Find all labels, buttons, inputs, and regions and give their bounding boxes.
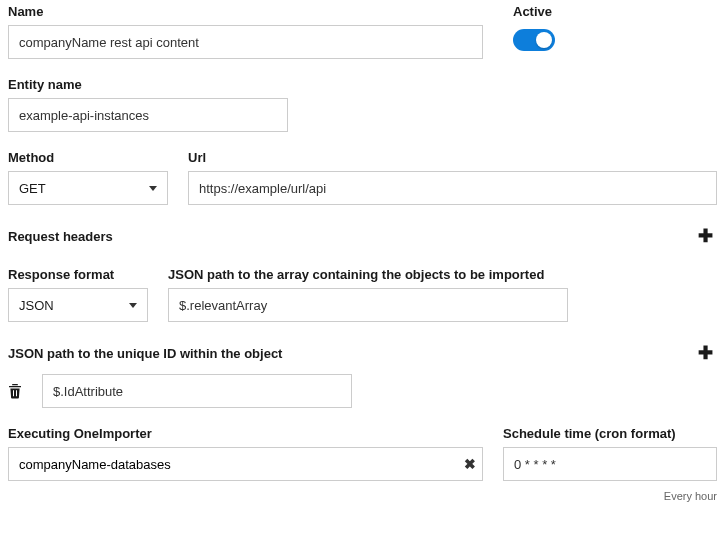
json-path-array-input[interactable]: [168, 288, 568, 322]
chevron-down-icon: [149, 186, 157, 191]
response-format-label: Response format: [8, 267, 148, 282]
toggle-knob: [536, 32, 552, 48]
method-value: GET: [19, 181, 46, 196]
schedule-helper: Every hour: [503, 490, 717, 502]
schedule-input[interactable]: [503, 447, 717, 481]
executing-importer-field: ✖: [8, 447, 483, 481]
executing-importer-input[interactable]: [9, 449, 458, 480]
chevron-down-icon: [129, 303, 137, 308]
response-format-value: JSON: [19, 298, 54, 313]
response-format-select[interactable]: JSON: [8, 288, 148, 322]
active-toggle[interactable]: [513, 29, 555, 51]
executing-importer-label: Executing OneImporter: [8, 426, 483, 441]
delete-id-path-button[interactable]: [8, 383, 22, 399]
entity-name-input[interactable]: [8, 98, 288, 132]
method-select[interactable]: GET: [8, 171, 168, 205]
name-label: Name: [8, 4, 483, 19]
name-input[interactable]: [8, 25, 483, 59]
add-id-path-button[interactable]: ✚: [694, 342, 717, 364]
url-label: Url: [188, 150, 717, 165]
active-label: Active: [513, 4, 633, 19]
request-headers-label: Request headers: [8, 229, 113, 244]
clear-importer-button[interactable]: ✖: [458, 456, 482, 472]
schedule-label: Schedule time (cron format): [503, 426, 717, 441]
json-path-id-input[interactable]: [42, 374, 352, 408]
method-label: Method: [8, 150, 168, 165]
entity-name-label: Entity name: [8, 77, 288, 92]
url-input[interactable]: [188, 171, 717, 205]
json-path-id-label: JSON path to the unique ID within the ob…: [8, 346, 282, 361]
trash-icon: [8, 383, 22, 399]
add-header-button[interactable]: ✚: [694, 225, 717, 247]
json-path-array-label: JSON path to the array containing the ob…: [168, 267, 568, 282]
